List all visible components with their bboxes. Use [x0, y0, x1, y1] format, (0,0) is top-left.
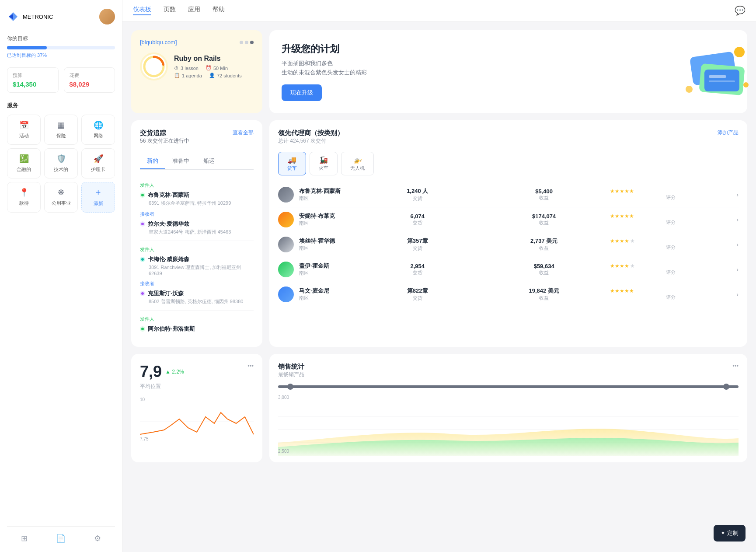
service-item-tech[interactable]: 🛡️ 技术的 — [44, 148, 78, 178]
nav-pages[interactable]: 页数 — [164, 6, 176, 15]
layers-icon[interactable]: ⊞ — [21, 534, 28, 543]
row-1: [biqubiqu.com] Ruby — [131, 30, 747, 113]
agent-row-1: 布鲁克林·西蒙斯 南区 1,240 人 交货 $5,400 收益 ★★★★★ — [278, 182, 739, 207]
sales-sub: 最畅销产品 — [278, 371, 304, 378]
file-icon[interactable]: 📄 — [56, 534, 66, 543]
rating-label-4: 评分 — [610, 269, 731, 276]
agent-name-5: 马文·麦金尼 — [299, 287, 352, 295]
add-product-button[interactable]: 添加产品 — [718, 129, 739, 136]
expense-value: $8,029 — [70, 80, 110, 88]
service-item-activity[interactable]: 📅 活动 — [7, 115, 41, 145]
time-icon: ⏰ — [206, 65, 212, 71]
cat-truck-label: 货车 — [287, 165, 297, 171]
service-item-care[interactable]: 🚀 护理卡 — [81, 148, 115, 178]
service-item-add[interactable]: + 添新 — [81, 182, 115, 213]
agent-arrow-5[interactable]: › — [736, 291, 739, 298]
main-content: [biqubiqu.com] Ruby — [122, 21, 756, 552]
network-icon: 🌐 — [94, 120, 103, 130]
add-icon: + — [96, 188, 101, 198]
service-item-network[interactable]: 🌐 网络 — [81, 115, 115, 145]
tab-new[interactable]: 新的 — [140, 154, 165, 169]
agent-arrow-3[interactable]: › — [736, 241, 739, 248]
expense-label: 花费 — [70, 72, 110, 79]
upgrade-svg — [665, 45, 753, 107]
sender-name-1: 布鲁克林·西蒙斯 — [140, 191, 254, 199]
course-url: [biqubiqu.com] — [140, 39, 177, 45]
agent-rating-2: ★★★★★ 评分 — [610, 213, 731, 226]
sender-name-3: 阿尔伯特·弗洛雷斯 — [140, 325, 254, 333]
sender-name-2: 卡梅伦·威廉姆森 — [140, 255, 254, 263]
category-tabs: 🚚 货车 🚂 火车 🚁 无人机 — [278, 152, 739, 175]
duration-meta: ⏰ 50 Min — [206, 65, 228, 71]
sales-more-icon[interactable]: ••• — [732, 363, 739, 384]
sales-header: 销售统计 最畅销产品 ••• — [278, 363, 739, 384]
expense-card: 花费 $8,029 — [64, 67, 115, 93]
nav-dashboard[interactable]: 仪表板 — [133, 6, 151, 15]
view-all-btn[interactable]: 查看全部 — [233, 129, 254, 136]
nav-apps[interactable]: 应用 — [188, 6, 200, 15]
svg-rect-9 — [709, 80, 735, 82]
agent-name-2: 安妮特·布莱克 — [299, 212, 352, 220]
drone-icon: 🚁 — [353, 156, 362, 164]
agent-row-2: 安妮特·布莱克 南区 6,074 交货 $174,074 收益 ★★★★★ — [278, 207, 739, 232]
stat-svg — [140, 404, 254, 439]
customize-button[interactable]: ✦ 定制 — [714, 525, 746, 542]
stat-y-label-1: 10 — [140, 397, 145, 402]
course-dots — [240, 41, 254, 44]
course-progress-ring — [142, 54, 166, 79]
sales-svg — [278, 403, 739, 456]
tracking-item-2: 发件人 卡梅伦·威廉姆森 3891 Ranchview 理查森博士, 加利福尼亚… — [140, 241, 254, 311]
agent-deliveries-3: 第357章 交货 — [357, 237, 478, 252]
service-item-insurance[interactable]: ▦ 保险 — [44, 115, 78, 145]
agent-avatar-3 — [278, 237, 294, 252]
agent-arrow-1[interactable]: › — [736, 191, 739, 198]
tab-preparing[interactable]: 准备中 — [165, 154, 196, 169]
agent-arrow-2[interactable]: › — [736, 216, 739, 223]
cat-tab-truck[interactable]: 🚚 货车 — [278, 152, 306, 175]
course-meta: ⏱ 3 lesson ⏰ 50 Min 📋 — [174, 65, 242, 78]
service-item-utility[interactable]: ❋ 公用事业 — [44, 182, 78, 213]
receiver-addr-1: 皇家大道2464号 梅萨, 新泽西州 45463 — [149, 229, 254, 235]
cat-tab-train[interactable]: 🚂 火车 — [310, 152, 338, 175]
stat-chart: 7.75 — [140, 404, 254, 439]
slider-thumb-left[interactable] — [287, 384, 293, 390]
tracking-card-header-left: 交货追踪 56 次交付正在进行中 — [140, 129, 189, 152]
chat-icon[interactable]: 💬 — [735, 5, 746, 16]
agent-avatar-5 — [278, 286, 294, 302]
students-meta: 👤 72 students — [209, 73, 242, 78]
stat-widget: 7,9 ▲ 2.2% ••• 平均位置 10 7.75 — [131, 354, 262, 462]
receiver-label-1: 接收者 — [140, 211, 254, 217]
stat-more-icon[interactable]: ••• — [247, 363, 254, 369]
sales-title: 销售统计 — [278, 363, 304, 371]
tab-shipping[interactable]: 船运 — [196, 154, 222, 169]
sender-dot-3 — [140, 326, 145, 332]
service-label-hospitality: 款待 — [19, 200, 29, 206]
tracking-item-3: 发件人 阿尔伯特·弗洛雷斯 — [140, 311, 254, 338]
agents-header-left: 领先代理商（按类别） 总计 424,567 次交付 — [278, 129, 344, 150]
gear-icon[interactable]: ⚙ — [94, 534, 101, 543]
agent-row-4: 盖伊·霍金斯 南区 2,954 交货 $59,634 收益 ★★★★★ — [278, 257, 739, 282]
slider-thumb-right[interactable] — [723, 384, 729, 390]
course-card-header: [biqubiqu.com] — [140, 39, 254, 45]
service-label-insurance: 保险 — [56, 133, 66, 139]
cat-tab-drone[interactable]: 🚁 无人机 — [341, 152, 374, 175]
receiver-name-1: 拉尔夫·爱德华兹 — [140, 220, 254, 228]
service-item-finance[interactable]: 💹 金融的 — [7, 148, 41, 178]
agents-header: 领先代理商（按类别） 总计 424,567 次交付 添加产品 — [278, 129, 739, 150]
tracking-title: 交货追踪 — [140, 129, 189, 137]
nav-help[interactable]: 帮助 — [213, 6, 225, 15]
course-meta-row-2: 📋 1 agenda 👤 72 students — [174, 73, 242, 78]
sales-slider[interactable] — [278, 385, 739, 388]
agent-region-1: 南区 — [299, 195, 352, 202]
agent-info-1: 布鲁克林·西蒙斯 南区 — [299, 187, 352, 202]
agent-info-3: 埃丝特·霍华德 南区 — [299, 237, 352, 252]
sales-card: 销售统计 最畅销产品 ••• 3,000 — [269, 354, 747, 462]
upgrade-button[interactable]: 现在升级 — [282, 84, 322, 101]
course-meta-row-1: ⏱ 3 lesson ⏰ 50 Min — [174, 65, 242, 71]
sender-addr-1: 6391 埃尔金圣塞萨雷, 特拉华州 10299 — [149, 200, 254, 206]
agent-arrow-4[interactable]: › — [736, 266, 739, 273]
service-item-hospitality[interactable]: 📍 款待 — [7, 182, 41, 213]
utility-icon: ❋ — [58, 188, 64, 197]
service-label-network: 网络 — [94, 133, 103, 139]
upgrade-illustration — [665, 45, 735, 98]
